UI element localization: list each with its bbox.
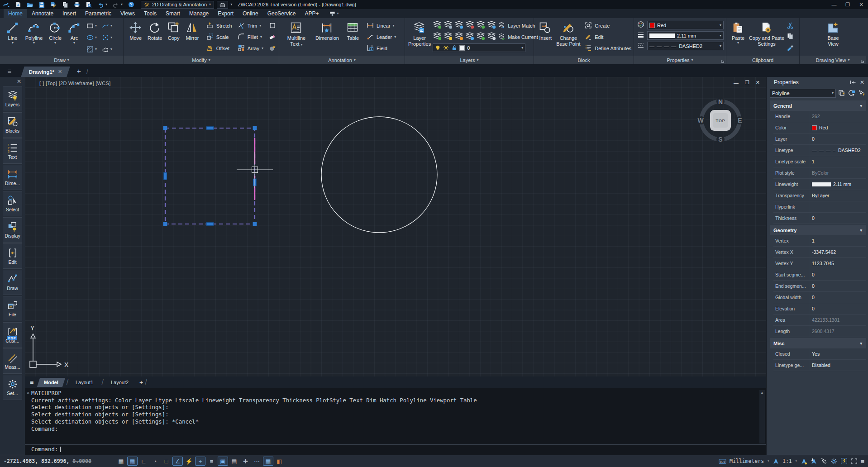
- layer-unisolate-icon[interactable]: [433, 31, 442, 41]
- workspace-selector[interactable]: 2D Drafting & Annotation ▾: [141, 1, 214, 9]
- rotate-button[interactable]: Rotate: [145, 20, 164, 41]
- chevron-down-icon[interactable]: ▾: [795, 459, 797, 463]
- status-toggle-polar-tracking-icon[interactable]: ◔: [150, 457, 160, 466]
- fullscreen-icon[interactable]: [851, 458, 858, 465]
- compass-west-label[interactable]: W: [697, 117, 704, 124]
- color-combo[interactable]: Red ▾: [647, 21, 724, 29]
- view-compass[interactable]: N S W E TOP: [697, 97, 744, 144]
- property-row-hyperlink[interactable]: Hyperlink: [773, 201, 866, 213]
- command-close-icon[interactable]: ✕: [27, 390, 29, 395]
- status-toggle-model-space-icon[interactable]: ▦: [263, 457, 273, 466]
- grip-handle[interactable]: [163, 126, 167, 130]
- property-row-vertex-y[interactable]: Vertex Y1123.7045: [773, 258, 866, 269]
- sidebar-item-file[interactable]: File: [3, 296, 22, 321]
- undo-chevron-icon[interactable]: ▾: [105, 3, 107, 6]
- command-input[interactable]: Command:: [31, 446, 61, 453]
- hatch-button[interactable]: ▾: [86, 43, 102, 55]
- layout-menu-icon[interactable]: ≡: [25, 379, 38, 386]
- linear-dimension-button[interactable]: Linear▾: [367, 20, 396, 31]
- linetype-icon[interactable]: [637, 42, 645, 49]
- add-layout-button[interactable]: +: [139, 379, 143, 386]
- grip-handle[interactable]: [253, 222, 257, 226]
- sidebar-item-display[interactable]: Display: [3, 217, 22, 243]
- match-properties-icon[interactable]: [787, 43, 794, 51]
- status-toggle-lineweight-display-icon[interactable]: ≡: [206, 457, 217, 466]
- menu-tab-export[interactable]: Export: [213, 9, 238, 18]
- toolbox-chevron-icon[interactable]: ▾: [230, 3, 232, 6]
- copy-clip-icon[interactable]: [787, 33, 794, 40]
- auto-scale-icon[interactable]: [811, 458, 817, 465]
- layer-match-button[interactable]: Layer Match: [498, 20, 535, 31]
- layout-tab-layout1[interactable]: Layout1: [69, 378, 100, 387]
- layer-off-icon[interactable]: [444, 20, 453, 29]
- point-button[interactable]: ▾: [102, 32, 117, 43]
- status-toggle-workspace-color-icon[interactable]: ◧: [274, 457, 285, 466]
- compass-north-label[interactable]: N: [718, 98, 723, 105]
- open-file-icon[interactable]: [26, 1, 33, 8]
- grip-handle[interactable]: [206, 127, 214, 130]
- panel-label-modify[interactable]: Modify▾: [124, 56, 279, 64]
- make-current-button[interactable]: Make Current: [498, 32, 538, 42]
- property-row-area[interactable]: Area422133.1301: [773, 315, 866, 326]
- status-toggle-linetype-display-icon[interactable]: ⋯: [252, 457, 262, 466]
- status-toggle-ortho-icon[interactable]: ∟: [138, 457, 149, 466]
- sidebar-item-meas[interactable]: Meas...: [3, 348, 22, 374]
- menu-tab-parametric[interactable]: Parametric: [81, 9, 116, 18]
- circle-entity[interactable]: [321, 117, 437, 233]
- properties-section-geometry[interactable]: Geometry▾: [770, 225, 866, 235]
- properties-section-misc[interactable]: Misc▾: [770, 338, 866, 348]
- circle-button[interactable]: Circle▾: [46, 20, 65, 45]
- grip-handle[interactable]: [253, 126, 257, 130]
- status-toggle-quick-properties-icon[interactable]: ▤: [229, 457, 239, 466]
- stretch-button[interactable]: Stretch: [206, 20, 232, 31]
- ribbon-style-button[interactable]: ▾: [329, 11, 339, 17]
- annotation-scale-value[interactable]: 1:1: [782, 458, 792, 464]
- layer-combo[interactable]: 0 ▾: [433, 43, 525, 52]
- panel-label-clipboard[interactable]: Clipboard: [726, 56, 799, 64]
- property-row-color[interactable]: ColorRed: [773, 122, 866, 133]
- save-icon[interactable]: [38, 1, 45, 8]
- zwcad-logo-icon[interactable]: [3, 1, 10, 8]
- leader-button[interactable]: Leader▾: [367, 31, 396, 43]
- command-scrollbar[interactable]: ▲: [759, 390, 765, 443]
- sidebar-item-dime[interactable]: Dime...: [3, 165, 22, 190]
- layer-lock-icon[interactable]: [465, 20, 475, 29]
- copy-button[interactable]: Copy: [165, 20, 182, 41]
- status-toggle-transparency-icon[interactable]: ▣: [218, 457, 228, 466]
- object-type-combo[interactable]: Polyline ▾: [770, 89, 836, 98]
- status-toggle-osnap-tracking-icon[interactable]: ⚡: [184, 457, 194, 466]
- sidebar-item-select[interactable]: Select: [3, 191, 22, 216]
- menu-tab-app-[interactable]: APP+: [300, 9, 323, 18]
- compass-top-button[interactable]: TOP: [716, 118, 725, 123]
- erase-button[interactable]: [269, 31, 277, 43]
- sidebar-item-draw[interactable]: Draw: [3, 270, 22, 295]
- menu-tab-online[interactable]: Online: [238, 9, 263, 18]
- document-tab[interactable]: Drawing1* ✕: [21, 67, 70, 77]
- sidebar-item-text[interactable]: 123Text: [3, 138, 22, 164]
- scale-button[interactable]: Scale: [206, 31, 232, 43]
- property-row-lineweight[interactable]: Lineweight2.11 mm: [773, 179, 866, 190]
- status-menu-icon[interactable]: ≡: [861, 457, 864, 465]
- properties-section-general[interactable]: General▾: [770, 100, 866, 111]
- command-line-window[interactable]: ✕ MATCHPROPCurrent active settings: Colo…: [25, 388, 766, 455]
- layer-walk-icon[interactable]: [476, 20, 486, 29]
- color-palette-icon[interactable]: [637, 21, 645, 29]
- multiline-text-button[interactable]: Multiline Text ▾: [282, 20, 310, 47]
- copy-paste-settings-button[interactable]: Copy and PasteSettings: [748, 20, 785, 47]
- property-row-closed[interactable]: ClosedYes: [773, 348, 866, 360]
- cut-icon[interactable]: [787, 22, 794, 29]
- status-toggle-annotation-monitor-icon[interactable]: ✚: [240, 457, 251, 466]
- layer-merge-icon[interactable]: [476, 31, 486, 41]
- insert-block-button[interactable]: Insert: [537, 20, 554, 41]
- sidebar-item-blocks[interactable]: Blocks: [3, 112, 22, 138]
- close-button[interactable]: ✕: [854, 0, 868, 9]
- property-row-end-segmen-[interactable]: End segmen...0: [773, 281, 866, 292]
- status-toggle-dynamic-input-icon[interactable]: +: [195, 457, 205, 466]
- property-row-global-width[interactable]: Global width0: [773, 292, 866, 303]
- redo-icon[interactable]: [112, 1, 119, 8]
- quick-select-icon[interactable]: [838, 90, 846, 97]
- maximize-button[interactable]: ❐: [841, 0, 854, 9]
- preview-icon[interactable]: [85, 1, 92, 8]
- sidebar-item-layers[interactable]: Layers: [3, 86, 22, 111]
- sidebar-item-cust[interactable]: PGPCust...: [3, 322, 22, 348]
